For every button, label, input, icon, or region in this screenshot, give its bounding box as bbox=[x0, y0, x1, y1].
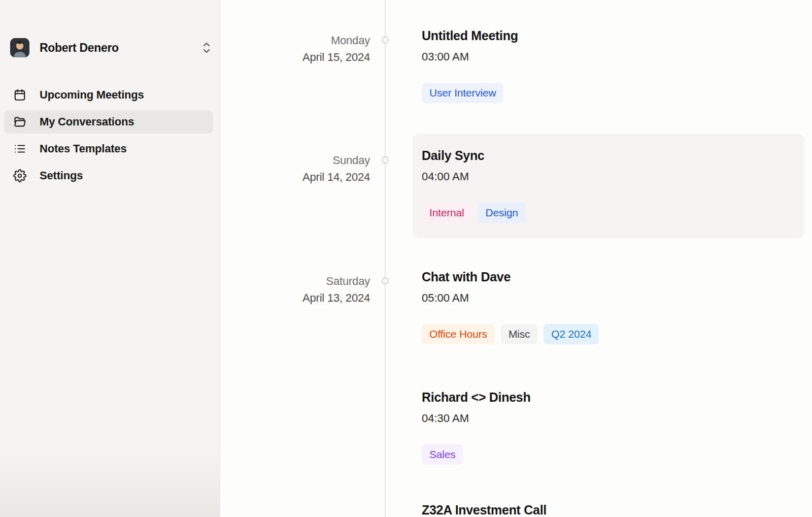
date-label: Sunday April 14, 2024 bbox=[220, 134, 385, 238]
meeting-item-richard-dinesh[interactable]: Richard <> Dinesh 04:30 AM Sales bbox=[422, 389, 812, 465]
tag-badge: User Interview bbox=[422, 83, 503, 103]
date-text: April 15, 2024 bbox=[220, 49, 370, 66]
tag-badge: Internal bbox=[422, 203, 471, 223]
sidebar-nav: Upcoming Meetings My Conversations bbox=[4, 83, 213, 191]
timeline-dot bbox=[382, 277, 389, 284]
timeline-dot bbox=[382, 156, 389, 164]
sidebar-item-notes-templates[interactable]: Notes Templates bbox=[4, 137, 213, 160]
day-name: Saturday bbox=[220, 273, 370, 289]
sidebar-item-upcoming-meetings[interactable]: Upcoming Meetings bbox=[4, 83, 213, 107]
avatar bbox=[10, 38, 29, 57]
sidebar: Robert Denero Upcoming Meetings bbox=[0, 0, 220, 517]
timeline-dot bbox=[382, 37, 389, 44]
meeting-tags: User Interview bbox=[422, 83, 812, 103]
meeting-time: 04:00 AM bbox=[422, 169, 804, 185]
tag-badge: Sales bbox=[422, 444, 463, 465]
meeting-tags: Internal Design bbox=[422, 203, 804, 223]
day-name: Sunday bbox=[220, 152, 370, 169]
date-text: April 14, 2024 bbox=[220, 169, 370, 185]
meeting-title: Richard <> Dinesh bbox=[422, 389, 812, 406]
sidebar-item-label: My Conversations bbox=[40, 115, 134, 128]
meeting-item-daily-sync[interactable]: Daily Sync 04:00 AM Internal Design bbox=[413, 134, 804, 238]
timeline-group: Sunday April 14, 2024 Daily Sync 04:00 A… bbox=[220, 134, 812, 238]
chevron-updown-icon bbox=[200, 41, 213, 54]
meeting-title: Chat with Dave bbox=[422, 268, 812, 285]
date-text: April 13, 2024 bbox=[220, 289, 370, 306]
tag-badge: Design bbox=[478, 203, 525, 223]
day-name: Monday bbox=[220, 32, 370, 49]
conversations-timeline: Monday April 15, 2024 Untitled Meeting 0… bbox=[220, 0, 812, 517]
sidebar-item-label: Settings bbox=[40, 169, 83, 182]
profile-switcher[interactable]: Robert Denero bbox=[10, 37, 213, 58]
meeting-time: 05:00 AM bbox=[422, 290, 812, 306]
meeting-item-z32a-investment-call[interactable]: Z32A Investment Call bbox=[422, 501, 812, 517]
timeline-group: Saturday April 13, 2024 Chat with Dave 0… bbox=[220, 268, 812, 517]
meeting-item-chat-with-dave[interactable]: Chat with Dave 05:00 AM Office Hours Mis… bbox=[422, 268, 812, 344]
meeting-title: Z32A Investment Call bbox=[422, 501, 812, 517]
meeting-tags: Sales bbox=[422, 444, 812, 465]
meeting-title: Untitled Meeting bbox=[422, 27, 812, 44]
timeline-group: Monday April 15, 2024 Untitled Meeting 0… bbox=[220, 27, 812, 103]
folder-icon bbox=[13, 115, 26, 128]
gear-icon bbox=[13, 169, 26, 182]
sidebar-item-label: Upcoming Meetings bbox=[40, 88, 144, 102]
profile-name: Robert Denero bbox=[40, 41, 200, 55]
meeting-time: 03:00 AM bbox=[422, 49, 812, 65]
tag-badge: Q2 2024 bbox=[544, 324, 599, 344]
meeting-item-untitled-meeting[interactable]: Untitled Meeting 03:00 AM User Interview bbox=[422, 27, 812, 103]
tag-badge: Office Hours bbox=[422, 324, 495, 344]
meeting-title: Daily Sync bbox=[422, 147, 804, 164]
meeting-tags: Office Hours Misc Q2 2024 bbox=[422, 324, 812, 344]
sidebar-item-settings[interactable]: Settings bbox=[4, 164, 213, 187]
meeting-time: 04:30 AM bbox=[422, 410, 812, 427]
calendar-icon bbox=[13, 88, 26, 102]
date-label: Monday April 15, 2024 bbox=[220, 27, 385, 103]
tag-badge: Misc bbox=[501, 324, 537, 344]
date-label: Saturday April 13, 2024 bbox=[220, 268, 385, 517]
sidebar-item-my-conversations[interactable]: My Conversations bbox=[4, 110, 213, 134]
list-icon bbox=[13, 142, 26, 155]
sidebar-item-label: Notes Templates bbox=[40, 142, 126, 155]
